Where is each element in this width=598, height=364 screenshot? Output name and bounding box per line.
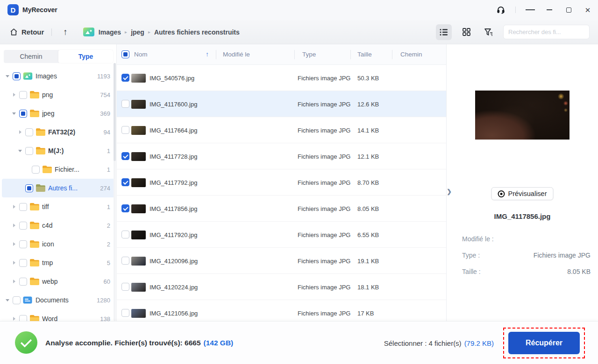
tree-item-png[interactable]: png754 (2, 85, 115, 104)
breadcrumb-item[interactable]: Autres fichiers reconstruits (154, 28, 240, 36)
caret-right-icon[interactable] (11, 316, 17, 321)
table-row[interactable]: IMG_540576.jpgFichiers image JPG50.3 KB (117, 65, 446, 91)
menu-icon[interactable] (526, 5, 535, 14)
row-checkbox[interactable] (121, 257, 129, 265)
tree-item-icon[interactable]: icon2 (2, 235, 115, 253)
tree-item-images[interactable]: Images1193 (2, 67, 115, 85)
tree-checkbox[interactable] (25, 184, 33, 192)
tree-checkbox[interactable] (25, 128, 33, 136)
sidebar-scrollbar-thumb[interactable] (114, 63, 116, 161)
collapse-panel-icon[interactable]: ❯ (447, 188, 452, 195)
table-row[interactable]: IMG_4120096.jpgFichiers image JPG19.1 KB (117, 248, 446, 274)
column-header-type[interactable]: Type (302, 51, 316, 58)
selection-text: Sélectionner : 4 fichier(s) (384, 339, 462, 347)
breadcrumb-item[interactable]: Images (99, 28, 121, 36)
up-directory-icon[interactable]: ↑ (63, 27, 68, 37)
tree-item-fat32-2[interactable]: FAT32(2)94 (2, 123, 115, 141)
row-checkbox[interactable] (121, 100, 129, 108)
table-row[interactable]: IMG_4117728.jpgFichiers image JPG12.1 KB (117, 143, 446, 169)
tree-checkbox[interactable] (19, 110, 27, 118)
row-checkbox[interactable] (121, 283, 129, 291)
maximize-icon[interactable] (564, 5, 573, 14)
preview-button[interactable]: Prévisualiser (491, 187, 554, 200)
tree-checkbox[interactable] (13, 72, 21, 80)
documents-icon (23, 296, 33, 304)
table-row[interactable]: IMG_4117856.jpgFichiers image JPG8.05 KB (117, 196, 446, 222)
back-button[interactable]: Retour (9, 28, 44, 36)
grid-view-button[interactable] (458, 24, 474, 40)
select-all-checkbox[interactable] (121, 50, 129, 58)
tree-item-count: 1280 (97, 297, 110, 304)
preview-button-label: Prévisualiser (508, 190, 547, 197)
column-header-chemin[interactable]: Chemin (400, 51, 422, 58)
row-checkbox[interactable] (121, 152, 129, 160)
caret-down-icon[interactable] (5, 297, 10, 303)
caret-right-icon[interactable] (11, 241, 17, 247)
tree-item-m-j[interactable]: M(J:)1 (2, 141, 115, 160)
tree-checkbox[interactable] (19, 278, 27, 286)
tree-checkbox[interactable] (19, 315, 27, 322)
table-header: Nom ↑ Modifié le Type Taille Chemin (117, 44, 446, 65)
caret-right-icon[interactable] (11, 204, 17, 210)
row-checkbox[interactable] (121, 231, 129, 238)
row-checkbox[interactable] (121, 204, 129, 212)
tree-checkbox[interactable] (25, 147, 33, 155)
back-label: Retour (21, 28, 44, 36)
tree-checkbox[interactable] (19, 222, 27, 230)
tree-checkbox[interactable] (19, 91, 27, 99)
column-header-modifie[interactable]: Modifié le (223, 51, 250, 58)
column-header-nom[interactable]: Nom (134, 51, 148, 58)
headset-support-icon[interactable] (496, 5, 505, 14)
tab-chemin[interactable]: Chemin (4, 50, 58, 63)
tab-type[interactable]: Type (58, 50, 113, 63)
tree-item-c4d[interactable]: c4d2 (2, 216, 115, 235)
tree-item-webp[interactable]: webp60 (2, 272, 115, 291)
table-row[interactable]: IMG_4117664.jpgFichiers image JPG14.1 KB (117, 117, 446, 143)
caret-right-icon[interactable] (11, 92, 17, 98)
tree-checkbox[interactable] (19, 203, 27, 211)
row-checkbox[interactable] (121, 126, 129, 134)
caret-right-icon[interactable] (11, 223, 17, 228)
tree-item-autres-fi[interactable]: Autres fi...274 (2, 179, 115, 197)
tree-checkbox[interactable] (13, 296, 21, 304)
tree-item-tiff[interactable]: tiff1 (2, 197, 115, 216)
table-row[interactable]: IMG_4120224.jpgFichiers image JPG18.1 KB (117, 274, 446, 300)
close-icon[interactable]: ✕ (583, 5, 592, 14)
row-checkbox[interactable] (121, 74, 129, 82)
file-thumbnail (131, 100, 146, 109)
row-checkbox[interactable] (121, 309, 129, 317)
file-name: IMG_4120224.jpg (150, 284, 198, 291)
list-view-button[interactable] (436, 24, 452, 40)
tree-item-word[interactable]: Word138 (2, 309, 115, 321)
column-header-taille[interactable]: Taille (357, 51, 372, 58)
tree-item-documents[interactable]: Documents1280 (2, 291, 115, 309)
tree-item-tmp[interactable]: tmp5 (2, 253, 115, 272)
filter-button[interactable] (481, 24, 497, 40)
caret-right-icon[interactable] (17, 129, 23, 135)
selection-size: (79.2 KB) (464, 339, 494, 347)
caret-down-icon[interactable] (17, 148, 23, 154)
caret-right-icon[interactable] (11, 279, 17, 284)
tree-item-jpeg[interactable]: jpeg369 (2, 104, 115, 123)
minimize-icon[interactable] (545, 5, 554, 14)
table-row[interactable]: IMG_4117792.jpgFichiers image JPG8.70 KB (117, 169, 446, 196)
detail-value: Fichiers image JPG (534, 252, 591, 259)
row-checkbox[interactable] (121, 178, 129, 186)
recover-button[interactable]: Récupérer (508, 332, 580, 354)
table-row[interactable]: IMG_4121056.jpgFichiers image JPG17 KB (117, 300, 446, 321)
tree-checkbox[interactable] (19, 259, 27, 267)
table-row[interactable]: IMG_4117920.jpgFichiers image JPG6.55 KB (117, 222, 446, 248)
caret-down-icon[interactable] (5, 73, 10, 79)
grid-view-icon (463, 28, 470, 36)
tree-item-fichier[interactable]: Fichier...1 (2, 160, 115, 179)
search-input[interactable] (508, 28, 591, 35)
breadcrumb-item[interactable]: jpeg (131, 28, 144, 36)
tree-checkbox[interactable] (32, 166, 40, 174)
file-name: IMG_4117856.jpg (150, 205, 197, 212)
table-row[interactable]: IMG_4117600.jpgFichiers image JPG12.6 KB (117, 91, 446, 117)
caret-down-icon[interactable] (11, 111, 17, 116)
tree-item-label: FAT32(2) (48, 128, 101, 136)
sort-asc-icon[interactable]: ↑ (206, 50, 209, 58)
tree-checkbox[interactable] (19, 240, 27, 248)
caret-right-icon[interactable] (11, 260, 17, 266)
